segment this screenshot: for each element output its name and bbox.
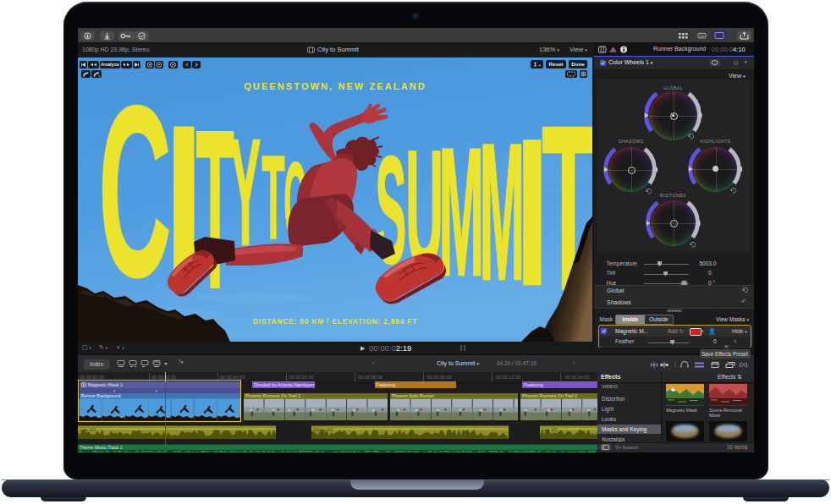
svg-text:DISTANCE: 50 KM / ELEVATION: 2: DISTANCE: 50 KM / ELEVATION: 2,894 FT <box>253 317 417 326</box>
svg-text:T: T <box>262 131 285 262</box>
svg-text:C: C <box>98 58 172 328</box>
svg-text:M: M <box>439 110 485 314</box>
svg-text:QUEENSTOWN, NEW ZEALAND: QUEENSTOWN, NEW ZEALAND <box>244 81 427 91</box>
svg-text:500: 500 <box>700 35 705 38</box>
svg-text:T: T <box>195 83 234 337</box>
